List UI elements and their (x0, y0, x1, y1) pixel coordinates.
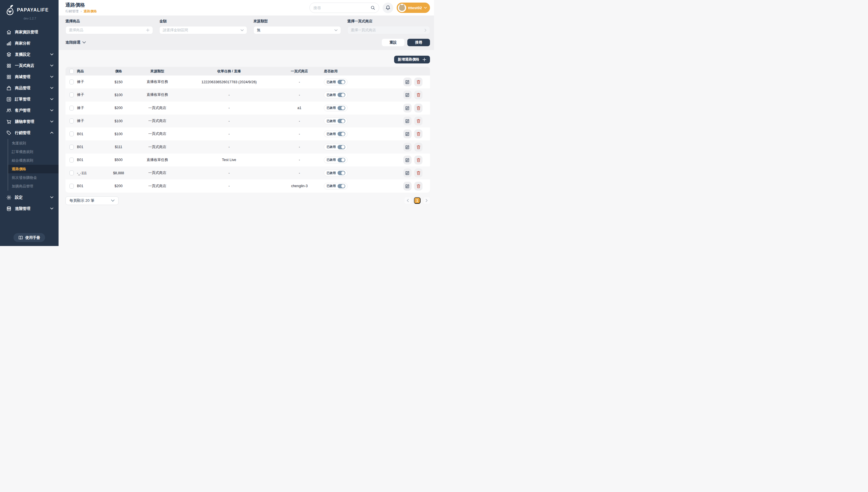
cell-store: chenglin-3 (275, 184, 324, 188)
sidebar-item-label: 購物車管理 (15, 119, 34, 124)
logo-area: PAPAYALIFE dev-1.2.7 (0, 0, 58, 20)
edit-button[interactable] (403, 129, 412, 138)
shopping-bag-icon (6, 85, 11, 91)
select-all-checkbox[interactable] (70, 69, 74, 74)
reset-button[interactable]: 重設 (382, 39, 404, 46)
edit-button[interactable] (403, 182, 412, 191)
pagination: 每頁顯示 20 筆 1 (66, 196, 430, 205)
row-checkbox[interactable] (70, 171, 74, 175)
sidebar-subitem-channel-price[interactable]: 通路價格 (8, 165, 58, 173)
delete-button[interactable] (414, 104, 423, 113)
search-button[interactable]: 搜尋 (407, 39, 430, 46)
table-row: B01 $100 一頁式商店 - - 已啟用 (66, 127, 430, 140)
row-checkbox[interactable] (70, 145, 74, 150)
subitem-label: 免運規則 (12, 141, 26, 146)
sidebar-item-live-settings[interactable]: 直播設定 (0, 49, 58, 60)
enabled-toggle[interactable]: 已啟用 (324, 131, 348, 137)
filter-store-field[interactable]: 選擇一頁式商店 (347, 26, 430, 34)
sidebar-item-product-management[interactable]: 商品管理 (0, 82, 58, 94)
delete-button[interactable] (414, 169, 423, 177)
toggle-label: 已啟用 (327, 171, 336, 175)
page-size-select[interactable]: 每頁顯示 20 筆 (66, 196, 119, 205)
edit-button[interactable] (403, 169, 412, 177)
chevron-right-icon (424, 29, 426, 32)
sidebar-item-label: 直播設定 (15, 52, 30, 57)
enabled-toggle[interactable]: 已啟用 (324, 183, 348, 190)
enabled-toggle[interactable]: 已啟用 (324, 170, 348, 176)
row-checkbox[interactable] (70, 184, 74, 189)
breadcrumb-parent[interactable]: 行銷管理 (66, 9, 79, 14)
row-checkbox[interactable] (70, 106, 74, 110)
sidebar-item-cart-management[interactable]: 購物車管理 (0, 116, 58, 127)
sidebar-subitem-batch-credit[interactable]: 批次發放購物金 (8, 173, 58, 182)
global-search-input[interactable] (314, 6, 368, 10)
sidebar-subitem-combo-discount-rules[interactable]: 組合優惠規則 (8, 156, 58, 165)
filter-amount-select[interactable]: 請選擇金額區間 (159, 26, 247, 34)
delete-button[interactable] (414, 129, 423, 138)
sidebar-item-onepage-store[interactable]: 一頁式商店 (0, 60, 58, 71)
notification-bell-button[interactable] (382, 3, 393, 13)
cell-task: - (183, 132, 275, 136)
sidebar-item-advanced-management[interactable]: 進階管理 (0, 203, 58, 214)
enabled-toggle[interactable]: 已啟用 (324, 79, 348, 85)
sidebar-subitem-order-discount-rules[interactable]: 訂單優惠規則 (8, 148, 58, 156)
cell-product: B01 (77, 132, 106, 136)
page-number-button[interactable]: 1 (414, 197, 421, 204)
edit-button[interactable] (403, 155, 412, 165)
row-checkbox[interactable] (70, 157, 74, 163)
search-icon[interactable] (371, 5, 375, 10)
add-button-label: 新增通路價格 (398, 57, 419, 62)
toggle-label: 已啟用 (327, 106, 336, 110)
add-channel-price-button[interactable]: 新增通路價格 (394, 56, 430, 64)
switch-on (338, 132, 345, 136)
cell-store: - (275, 158, 324, 162)
delete-button[interactable] (414, 155, 423, 165)
user-menu-button[interactable]: tttest02 (397, 3, 430, 13)
row-checkbox[interactable] (70, 131, 74, 137)
order-list-icon (6, 96, 11, 102)
sidebar-item-customer-management[interactable]: 客戶管理 (0, 105, 58, 116)
sidebar-item-marketing-management[interactable]: 行銷管理 (0, 127, 58, 138)
sidebar-item-merchant-info[interactable]: 商家資訊管理 (0, 26, 58, 38)
row-checkbox[interactable] (70, 119, 74, 123)
sidebar-item-settings[interactable]: 設定 (0, 192, 58, 203)
filter-source-select[interactable]: 無 (253, 26, 341, 34)
prev-page-button[interactable] (404, 197, 411, 204)
sidebar-item-order-management[interactable]: 訂單管理 (0, 94, 58, 105)
cell-store: - (275, 171, 324, 175)
sidebar-item-mall-management[interactable]: 商城管理 (0, 71, 58, 82)
sidebar-item-merchant-analytics[interactable]: 商家分析 (0, 38, 58, 49)
filter-product-field[interactable]: 選擇商品 (66, 26, 153, 34)
switch-on (338, 119, 345, 123)
enabled-toggle[interactable]: 已啟用 (324, 157, 348, 163)
version-label: dev-1.2.7 (24, 17, 58, 20)
user-manual-button[interactable]: 使用手冊 (14, 233, 45, 242)
delete-button[interactable] (414, 117, 423, 125)
sidebar-subitem-free-shipping-rules[interactable]: 免運規則 (8, 139, 58, 148)
edit-button[interactable] (403, 104, 412, 113)
switch-on (338, 93, 345, 97)
row-checkbox[interactable] (70, 79, 74, 84)
enabled-toggle[interactable]: 已啟用 (324, 118, 348, 124)
enabled-toggle[interactable]: 已啟用 (324, 144, 348, 150)
delete-button[interactable] (414, 143, 423, 152)
advanced-filter-toggle[interactable]: 進階篩選 (66, 40, 86, 45)
subitem-label: 通路價格 (12, 167, 26, 172)
cell-store: a1 (275, 106, 324, 110)
enabled-toggle[interactable]: 已啟用 (324, 105, 348, 112)
table-row: 褲子 $200 一頁式商店 - a1 已啟用 (66, 102, 430, 115)
edit-button[interactable] (403, 117, 412, 125)
enabled-toggle[interactable]: 已啟用 (324, 92, 348, 98)
sidebar-subitem-addon-product[interactable]: 加購商品管理 (8, 182, 58, 191)
page-title: 通路價格 (66, 2, 97, 8)
delete-button[interactable] (414, 91, 423, 99)
next-page-button[interactable] (423, 197, 430, 204)
delete-button[interactable] (414, 77, 423, 87)
edit-button[interactable] (403, 143, 412, 152)
delete-button[interactable] (414, 182, 423, 191)
row-checkbox[interactable] (70, 93, 74, 97)
edit-button[interactable] (403, 91, 412, 99)
layers-icon (6, 52, 11, 57)
edit-button[interactable] (403, 77, 412, 87)
filter-product-placeholder: 選擇商品 (69, 28, 83, 33)
